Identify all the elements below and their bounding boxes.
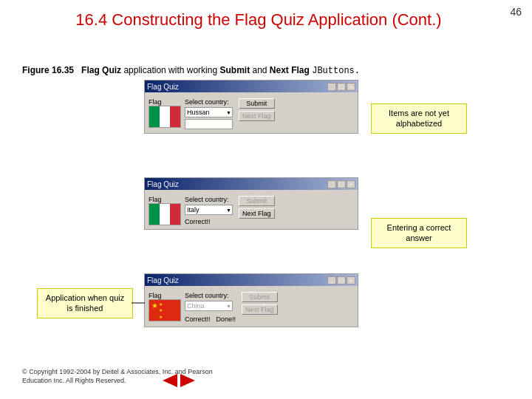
win1-flag-label: Flag — [149, 98, 181, 106]
win1-titlebar: Flag Quiz _ □ × — [145, 81, 358, 92]
win2-submit-btn[interactable]: Submit — [239, 196, 275, 206]
nav-prev-button[interactable] — [163, 374, 177, 387]
win1-textfield[interactable] — [185, 119, 233, 129]
page-number: 46 — [510, 6, 522, 18]
win3-body: Flag ★ ★★★★ Select country: China ▼ Corr… — [145, 286, 358, 327]
win1-maximize[interactable]: □ — [337, 83, 346, 91]
win3-select[interactable]: China ▼ — [185, 301, 233, 311]
win2-select-label: Select country: — [185, 196, 233, 203]
figure-caption: Figure 16.35 Flag Quiz application with … — [22, 65, 360, 76]
title-text: 16.4 Constructing the Flag Quiz Applicat… — [22, 10, 495, 30]
win1-dropdown-arrow: ▼ — [226, 110, 231, 115]
win1-submit-btn[interactable]: Submit — [239, 98, 275, 109]
china-flag: ★ ★★★★ — [149, 300, 180, 321]
win2-titlebar: Flag Quiz _ □ × — [145, 178, 358, 190]
nav-buttons[interactable] — [163, 374, 195, 387]
win3-content-row: Flag ★ ★★★★ Select country: China ▼ Corr… — [149, 292, 354, 323]
win2-flag — [149, 203, 181, 225]
win3-title: Flag Quiz — [147, 276, 179, 284]
window-2: Flag Quiz _ □ × Flag Select country: — [144, 177, 358, 230]
callout-1-text: Items are not yet alphabetized — [389, 109, 449, 128]
win2-maximize[interactable]: □ — [337, 180, 346, 188]
figure-mono: JButtons. — [312, 66, 360, 76]
win2-content-row: Flag Select country: Italy ▼ Correct!! — [149, 196, 354, 225]
callout-1: Items are not yet alphabetized — [371, 103, 467, 134]
nav-next-button[interactable] — [180, 374, 195, 387]
win2-controls[interactable]: _ □ × — [327, 180, 355, 188]
win1-flag — [149, 106, 181, 128]
callout-3-text: Application when quiz is finished — [46, 293, 124, 313]
win3-submit-btn[interactable]: Submit — [242, 292, 278, 302]
win3-done-label: Done!! — [216, 316, 236, 323]
win3-right: Select country: China ▼ Correct!! Done!! — [185, 292, 236, 323]
win2-right: Select country: Italy ▼ Correct!! — [185, 196, 233, 225]
win2-title: Flag Quiz — [147, 180, 179, 188]
win3-flag: ★ ★★★★ — [149, 299, 181, 321]
win3-flag-label: Flag — [149, 292, 181, 299]
win1-next-btn[interactable]: Next Flag — [239, 111, 275, 121]
figure-label: Figure 16.35 — [22, 65, 74, 75]
china-stars-small: ★★★★ — [159, 301, 163, 321]
china-star-main: ★ — [151, 302, 158, 310]
win2-select[interactable]: Italy ▼ — [185, 205, 233, 215]
win1-right: Select country: Hussan ▼ — [185, 98, 233, 129]
win1-controls[interactable]: _ □ × — [327, 83, 355, 91]
next-arrow-icon[interactable] — [180, 374, 195, 387]
win2-minimize[interactable]: _ — [327, 180, 336, 188]
figure-submit: Submit — [219, 65, 250, 75]
win3-dropdown-arrow: ▼ — [226, 304, 231, 309]
figure-text: application with working — [123, 65, 219, 75]
win2-close[interactable]: × — [347, 180, 355, 188]
win2-body: Flag Select country: Italy ▼ Correct!! — [145, 190, 358, 229]
italy-green-2 — [149, 204, 160, 225]
win3-titlebar: Flag Quiz _ □ × — [145, 274, 358, 286]
win1-minimize[interactable]: _ — [327, 83, 336, 91]
win3-controls[interactable]: _ □ × — [327, 276, 355, 284]
callout-3: Application when quiz is finished — [37, 288, 133, 318]
italy-red-2 — [170, 204, 180, 225]
win2-flag-label: Flag — [149, 196, 181, 203]
win3-select-label: Select country: — [185, 292, 236, 299]
win2-dropdown-arrow: ▼ — [226, 208, 231, 213]
win1-buttons: Submit Next Flag — [239, 98, 275, 121]
win3-close[interactable]: × — [347, 276, 355, 284]
win1-left: Flag — [149, 98, 181, 128]
win1-title: Flag Quiz — [147, 83, 179, 91]
win3-left: Flag ★ ★★★★ — [149, 292, 181, 321]
win2-buttons: Submit Next Flag — [239, 196, 275, 219]
italy-white-2 — [160, 204, 170, 225]
win1-select[interactable]: Hussan ▼ — [185, 107, 233, 117]
win3-buttons: Submit Next Flag — [242, 292, 278, 315]
figure-bold: Flag Quiz — [81, 65, 121, 75]
win2-correct-label: Correct!! — [185, 218, 233, 225]
win3-maximize[interactable]: □ — [337, 276, 346, 284]
italy-red — [170, 106, 180, 127]
figure-next: Next Flag — [270, 65, 310, 75]
win1-close[interactable]: × — [347, 83, 355, 91]
prev-arrow-icon[interactable] — [163, 374, 177, 387]
callout-2: Entering a correct answer — [371, 218, 467, 248]
title-prefix: 16.4 Constructing the — [75, 10, 234, 29]
window-1: Flag Quiz _ □ × Flag Select country: — [144, 80, 358, 134]
italy-white — [160, 106, 170, 127]
italy-flag — [149, 106, 180, 127]
title-bold: Flag Quiz — [235, 10, 304, 29]
italy-flag-2 — [149, 204, 180, 225]
win1-select-label: Select country: — [185, 98, 233, 106]
figure-and: and — [252, 65, 269, 75]
win2-next-btn[interactable]: Next Flag — [239, 208, 275, 219]
win3-next-btn[interactable]: Next Flag — [242, 304, 278, 315]
slide-title: 16.4 Constructing the Flag Quiz Applicat… — [22, 10, 495, 30]
win1-content-row: Flag Select country: Hussan ▼ — [149, 98, 354, 129]
win1-body: Flag Select country: Hussan ▼ — [145, 92, 358, 133]
italy-green — [149, 106, 160, 127]
win3-correct-label: Correct!! — [185, 316, 211, 323]
window-3: Flag Quiz _ □ × Flag ★ ★★★★ Select count… — [144, 273, 358, 327]
callout-2-text: Entering a correct answer — [387, 223, 451, 242]
win2-left: Flag — [149, 196, 181, 225]
title-suffix: Application (Cont.) — [304, 10, 442, 29]
win3-minimize[interactable]: _ — [327, 276, 336, 284]
